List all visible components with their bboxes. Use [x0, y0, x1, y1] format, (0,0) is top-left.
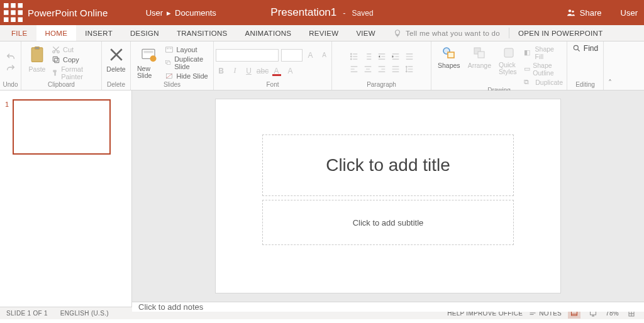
group-paragraph: Paragraph — [332, 41, 431, 90]
layout-button[interactable]: Layout — [165, 45, 209, 54]
thumbnail-number: 1 — [5, 99, 9, 155]
font-name-select[interactable] — [216, 49, 279, 62]
shape-fill-label: Shape Fill — [535, 45, 563, 60]
tell-me-placeholder: Tell me what you want to do — [406, 30, 500, 37]
tab-view[interactable]: VIEW — [347, 25, 384, 41]
underline-button[interactable]: U — [243, 65, 255, 77]
shrink-font-icon[interactable]: A — [319, 50, 330, 61]
svg-point-36 — [574, 45, 578, 50]
svg-rect-12 — [31, 48, 43, 62]
tab-review[interactable]: REVIEW — [300, 25, 347, 41]
format-painter-label: Format Painter — [61, 65, 97, 80]
title-placeholder[interactable]: Click to add title — [262, 134, 514, 196]
delete-x-icon — [107, 45, 126, 64]
svg-rect-32 — [448, 52, 454, 58]
tab-transitions[interactable]: TRANSITIONS — [168, 25, 236, 41]
quick-styles-button[interactable]: Quick Styles — [496, 44, 521, 77]
shape-fill-button[interactable]: ◧Shape Fill — [524, 45, 563, 60]
collapse-ribbon-button[interactable]: ˄ — [604, 41, 616, 90]
find-button[interactable]: Find — [572, 44, 598, 53]
share-button[interactable]: Share — [566, 8, 602, 18]
font-size-select[interactable] — [281, 49, 303, 62]
app-launcher-icon[interactable] — [4, 3, 23, 22]
svg-rect-5 — [18, 10, 23, 15]
highlight-button[interactable]: A — [285, 65, 296, 77]
quick-styles-icon — [501, 45, 516, 60]
svg-rect-20 — [144, 51, 153, 53]
format-painter-button[interactable]: Format Painter — [52, 65, 97, 80]
hide-slide-button[interactable]: Hide Slide — [165, 72, 209, 80]
increase-indent-icon[interactable] — [391, 52, 401, 61]
bold-button[interactable]: B — [216, 65, 227, 77]
undo-icon[interactable] — [5, 52, 16, 62]
italic-button[interactable]: I — [230, 65, 241, 77]
new-slide-button[interactable]: New Slide — [135, 44, 162, 80]
font-color-button[interactable]: A — [271, 65, 282, 77]
group-label-paragraph: Paragraph — [367, 81, 396, 89]
group-label-font: Font — [266, 81, 279, 89]
copy-label: Copy — [63, 56, 79, 63]
slide-canvas-wrapper: Click to add title Click to add subtitle — [132, 90, 644, 302]
copy-button[interactable]: Copy — [52, 55, 97, 64]
line-spacing-icon[interactable] — [404, 65, 414, 74]
numbering-icon[interactable] — [363, 52, 373, 61]
group-undo: Undo — [0, 41, 21, 90]
tab-insert[interactable]: INSERT — [76, 25, 121, 41]
status-slide-count: SLIDE 1 OF 1 — [6, 310, 48, 317]
svg-rect-17 — [53, 57, 57, 61]
tab-design[interactable]: DESIGN — [121, 25, 168, 41]
hide-slide-label: Hide Slide — [176, 72, 208, 80]
duplicate-slide-label: Duplicate Slide — [174, 55, 209, 70]
arrange-button[interactable]: Arrange — [465, 44, 494, 70]
paste-button[interactable]: Paste — [25, 44, 49, 74]
bucket-icon: ◧ — [524, 48, 532, 57]
bullets-icon[interactable] — [349, 52, 359, 61]
align-left-icon[interactable] — [349, 65, 359, 74]
breadcrumb-location[interactable]: Documents — [175, 8, 216, 18]
tab-open-in-powerpoint[interactable]: OPEN IN POWERPOINT — [509, 25, 611, 41]
tab-home[interactable]: HOME — [36, 25, 77, 41]
group-editing: Find Editing — [567, 41, 604, 90]
delete-button[interactable]: Delete — [104, 44, 128, 74]
document-title-area: Presentation1 - Saved — [270, 6, 373, 19]
scissors-icon — [52, 45, 60, 54]
svg-point-21 — [150, 55, 157, 62]
redo-icon[interactable] — [5, 63, 16, 74]
tab-file[interactable]: FILE — [0, 25, 36, 41]
strikethrough-button[interactable]: abc — [257, 65, 269, 77]
delete-label: Delete — [106, 65, 125, 73]
tell-me-search[interactable]: Tell me what you want to do — [384, 25, 509, 41]
notes-pane[interactable]: Click to add notes — [132, 302, 644, 312]
duplicate-shape-button[interactable]: ⧉Duplicate — [524, 78, 563, 87]
cut-button[interactable]: Cut — [52, 45, 97, 54]
text-direction-icon[interactable] — [404, 52, 414, 61]
slide-canvas[interactable]: Click to add title Click to add subtitle — [216, 99, 560, 293]
grow-font-icon[interactable]: A — [305, 50, 316, 61]
decrease-indent-icon[interactable] — [377, 52, 387, 61]
shapes-button[interactable]: Shapes — [435, 44, 463, 70]
svg-rect-0 — [4, 3, 9, 8]
align-right-icon[interactable] — [377, 65, 387, 74]
svg-rect-18 — [53, 70, 57, 72]
share-label: Share — [580, 8, 602, 18]
align-center-icon[interactable] — [363, 65, 373, 74]
account-user[interactable]: User — [621, 8, 638, 18]
svg-rect-1 — [11, 3, 16, 8]
svg-point-28 — [350, 53, 352, 55]
justify-icon[interactable] — [391, 65, 401, 74]
group-slides: New Slide Layout Duplicate Slide Hide Sl… — [131, 41, 214, 90]
svg-rect-13 — [35, 47, 40, 50]
tab-animations[interactable]: ANIMATIONS — [236, 25, 301, 41]
document-title[interactable]: Presentation1 — [270, 6, 336, 19]
breadcrumb-user[interactable]: User — [146, 8, 163, 18]
subtitle-placeholder[interactable]: Click to add subtitle — [262, 200, 514, 245]
new-slide-label: New Slide — [137, 65, 160, 79]
outline-icon: ▭ — [524, 65, 530, 74]
svg-rect-16 — [55, 58, 59, 63]
slide-thumbnail-1[interactable]: 1 — [5, 99, 123, 155]
status-language[interactable]: ENGLISH (U.S.) — [60, 310, 109, 317]
title-bar: PowerPoint Online User ▸ Documents Prese… — [0, 0, 644, 25]
duplicate-slide-button[interactable]: Duplicate Slide — [165, 55, 209, 70]
shape-outline-button[interactable]: ▭Shape Outline — [524, 62, 563, 77]
svg-rect-2 — [18, 3, 23, 8]
